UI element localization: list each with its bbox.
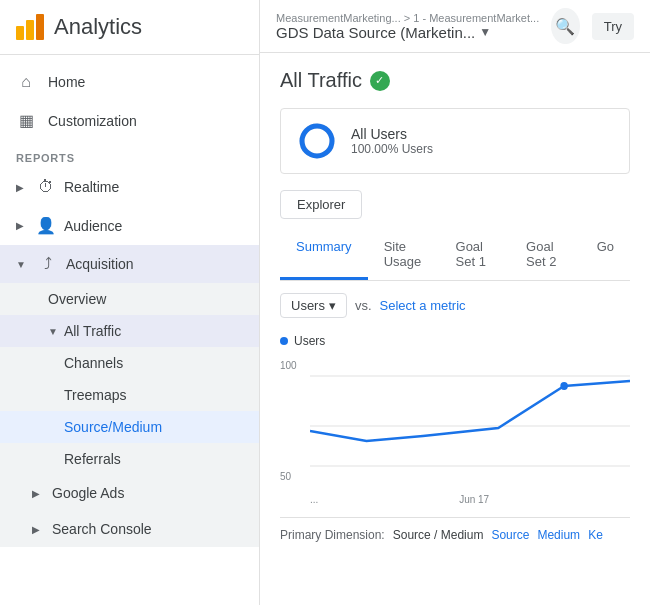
tab-goal-set-2[interactable]: Goal Set 2 [510,231,581,280]
analytics-logo [16,14,44,40]
collapse-arrow-all-traffic: ▼ [48,326,58,337]
search-console-label: Search Console [52,521,152,537]
dropdown-arrow-icon: ▼ [479,25,491,39]
verified-icon: ✓ [370,71,390,91]
sidebar: Analytics ⌂ Home ▦ Customization REPORTS… [0,0,260,605]
primary-dimension-row: Primary Dimension: Source / Medium Sourc… [280,517,630,542]
all-traffic-label: All Traffic [64,323,121,339]
sidebar-item-customization-label: Customization [48,113,137,129]
segment-sub: 100.00% Users [351,142,433,156]
chart-x-labels: ... Jun 17 [310,494,630,505]
expand-arrow-search-console: ▶ [32,524,40,535]
top-bar: MeasurementMarketing... > 1 - Measuremen… [260,0,650,53]
logo-bar-2 [26,20,34,40]
sidebar-item-home[interactable]: ⌂ Home [0,63,259,101]
legend-dot [280,337,288,345]
chart-svg [310,356,630,476]
sidebar-item-overview[interactable]: Overview [0,283,259,315]
sidebar-item-realtime[interactable]: ▶ ⏱ Realtime [0,168,259,206]
expand-arrow-acquisition: ▼ [16,259,26,270]
sidebar-item-channels[interactable]: Channels [0,347,259,379]
expand-arrow-audience: ▶ [16,220,24,231]
segment-card: All Users 100.00% Users [280,108,630,174]
tab-goal-set-more[interactable]: Go [581,231,630,280]
sidebar-item-realtime-label: Realtime [64,179,119,195]
sidebar-nav: ⌂ Home ▦ Customization REPORTS ▶ ⏱ Realt… [0,55,259,555]
logo-bar-1 [16,26,24,40]
dim-option-keyword[interactable]: Ke [588,528,603,542]
sidebar-item-search-console[interactable]: ▶ Search Console [0,511,259,547]
report-title: All Traffic [280,69,362,92]
reports-section-label: REPORTS [0,140,259,168]
metric-dropdown-arrow: ▾ [329,298,336,313]
try-button[interactable]: Try [592,13,634,40]
sidebar-title: Analytics [54,14,142,40]
chart-svg-wrapper [310,356,630,476]
tabs-row: Summary Site Usage Goal Set 1 Goal Set 2… [280,231,630,281]
sidebar-item-all-traffic[interactable]: ▼ All Traffic [0,315,259,347]
chart-area: 100 50 [280,356,630,486]
search-icon: 🔍 [555,17,575,36]
metric-label: Users [291,298,325,313]
main-content: MeasurementMarketing... > 1 - Measuremen… [260,0,650,605]
search-button[interactable]: 🔍 [551,8,580,44]
sidebar-item-google-ads[interactable]: ▶ Google Ads [0,475,259,511]
grid-icon: ▦ [16,111,36,130]
select-metric[interactable]: Select a metric [380,298,466,313]
vs-text: vs. [355,298,372,313]
chart-legend: Users [280,334,630,348]
donut-chart [297,121,337,161]
channels-label: Channels [64,355,123,371]
segment-label: All Users [351,126,433,142]
checkmark-icon: ✓ [375,74,384,87]
svg-point-5 [560,382,568,390]
home-icon: ⌂ [16,73,36,91]
chart-y-labels: 100 50 [280,356,297,486]
sidebar-item-referrals[interactable]: Referrals [0,443,259,475]
sidebar-item-acquisition-label: Acquisition [66,256,134,272]
clock-icon: ⏱ [36,178,56,196]
source-medium-label: Source/Medium [64,419,162,435]
sidebar-item-acquisition[interactable]: ▼ ⤴ Acquisition [0,245,259,283]
y-label-50: 50 [280,471,297,482]
treemaps-label: Treemaps [64,387,127,403]
data-source-selector[interactable]: GDS Data Source (Marketin... ▼ [276,24,539,41]
dim-option-source-medium[interactable]: Source / Medium [393,528,484,542]
tab-site-usage[interactable]: Site Usage [368,231,440,280]
google-ads-label: Google Ads [52,485,124,501]
logo-bar-3 [36,14,44,40]
report-title-row: All Traffic ✓ [280,69,630,92]
segment-info: All Users 100.00% Users [351,126,433,156]
acquisition-icon: ⤴ [38,255,58,273]
person-icon: 👤 [36,216,56,235]
primary-dimension-label: Primary Dimension: [280,528,385,542]
svg-point-1 [302,126,332,156]
tab-summary[interactable]: Summary [280,231,368,280]
sidebar-item-audience[interactable]: ▶ 👤 Audience [0,206,259,245]
metric-controls: Users ▾ vs. Select a metric [280,293,630,318]
explorer-tab[interactable]: Explorer [280,190,362,219]
dim-option-source[interactable]: Source [491,528,529,542]
breadcrumb: MeasurementMarketing... > 1 - Measuremen… [276,12,539,24]
dim-option-medium[interactable]: Medium [537,528,580,542]
sidebar-item-customization[interactable]: ▦ Customization [0,101,259,140]
expand-arrow-realtime: ▶ [16,182,24,193]
tab-goal-set-1[interactable]: Goal Set 1 [440,231,511,280]
metric-dropdown[interactable]: Users ▾ [280,293,347,318]
sidebar-item-home-label: Home [48,74,85,90]
sidebar-header: Analytics [0,0,259,55]
referrals-label: Referrals [64,451,121,467]
data-source-label: GDS Data Source (Marketin... [276,24,475,41]
sidebar-item-source-medium[interactable]: Source/Medium [0,411,259,443]
report-area: All Traffic ✓ All Users 100.00% Users Ex… [260,53,650,605]
chart-legend-label: Users [294,334,325,348]
source-medium-wrapper: Source/Medium [0,411,259,443]
x-label-start: ... [310,494,318,505]
sidebar-item-audience-label: Audience [64,218,122,234]
expand-arrow-google-ads: ▶ [32,488,40,499]
x-label-jun17: Jun 17 [459,494,489,505]
overview-label: Overview [48,291,106,307]
y-label-100: 100 [280,360,297,371]
sidebar-item-treemaps[interactable]: Treemaps [0,379,259,411]
